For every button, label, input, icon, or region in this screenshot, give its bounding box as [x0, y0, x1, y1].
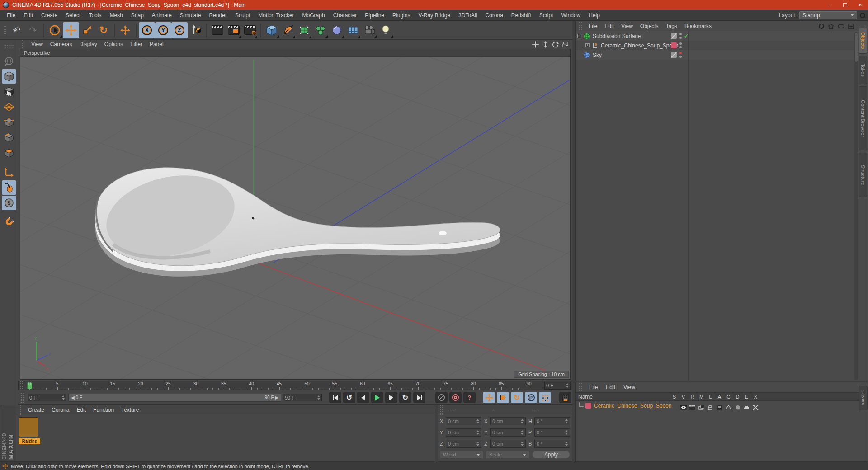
- model-mode-button[interactable]: [2, 69, 16, 84]
- rotate-tool-button[interactable]: ↻: [95, 22, 112, 38]
- timeline-window-button[interactable]: [559, 392, 571, 403]
- previous-frame-button[interactable]: [357, 392, 369, 403]
- add-panel-icon[interactable]: [848, 24, 854, 29]
- render-tag-icon[interactable]: [671, 52, 677, 58]
- apply-button[interactable]: Apply: [532, 451, 570, 459]
- goto-start-button[interactable]: [329, 392, 341, 403]
- menu-item[interactable]: Script: [535, 11, 557, 20]
- undo-button[interactable]: ↶: [9, 22, 25, 38]
- render-region-button[interactable]: [226, 22, 242, 38]
- object-row-sky[interactable]: Sky: [576, 50, 868, 60]
- visibility-dots[interactable]: [679, 52, 682, 58]
- toolbar-grip[interactable]: [3, 25, 7, 35]
- transform-mode-dropdown[interactable]: Scale: [486, 451, 529, 459]
- rotate-camera-icon[interactable]: [552, 41, 559, 48]
- material-menu-item[interactable]: Create: [24, 406, 48, 414]
- menu-item[interactable]: Corona: [481, 11, 507, 20]
- record-rotation-button[interactable]: ↻: [511, 392, 523, 403]
- record-point-level-button[interactable]: [539, 392, 551, 403]
- rot-h-field[interactable]: 0 °: [534, 417, 570, 425]
- rot-b-field[interactable]: 0 °: [534, 440, 570, 448]
- object-manager-menu-item[interactable]: File: [585, 22, 601, 30]
- menu-item[interactable]: Select: [61, 11, 85, 20]
- coordinates-grip[interactable]: [439, 405, 443, 415]
- material-item[interactable]: Raisins: [19, 417, 40, 444]
- layer-color-tag[interactable]: [671, 42, 677, 48]
- column-header[interactable]: E: [742, 393, 751, 400]
- object-row-subdivision-surface[interactable]: − Subdivision Surface ✓: [576, 31, 868, 41]
- render-tag-icon[interactable]: [671, 33, 677, 39]
- toggle-fullscreen-icon[interactable]: [562, 41, 569, 48]
- menu-item[interactable]: Pipeline: [361, 11, 388, 20]
- column-header[interactable]: S: [670, 393, 679, 400]
- menu-item[interactable]: Animate: [148, 11, 176, 20]
- material-menu-item[interactable]: Corona: [48, 406, 73, 414]
- axis-lock-x-button[interactable]: X: [139, 22, 155, 38]
- close-button[interactable]: ×: [853, 0, 868, 10]
- generators-toggle-icon[interactable]: [726, 405, 731, 410]
- viewport-solo-button[interactable]: S: [2, 196, 16, 210]
- render-settings-button[interactable]: [242, 22, 258, 38]
- column-header[interactable]: X: [751, 393, 760, 400]
- record-parameter-button[interactable]: P: [525, 392, 537, 403]
- eye-icon[interactable]: [838, 24, 844, 28]
- last-used-tool-button[interactable]: [117, 22, 133, 38]
- visibility-dots[interactable]: [679, 42, 682, 48]
- material-menu-item[interactable]: Function: [90, 406, 118, 414]
- keyframe-selection-button[interactable]: ?: [463, 392, 476, 403]
- manager-toggle-icon[interactable]: [698, 405, 704, 410]
- size-y-field[interactable]: 0 cm: [490, 428, 526, 437]
- menu-item[interactable]: Help: [585, 11, 604, 20]
- camera-button[interactable]: [361, 22, 377, 38]
- column-header[interactable]: A: [715, 393, 724, 400]
- xref-toggle-icon[interactable]: [753, 405, 759, 410]
- next-key-button[interactable]: ↻: [399, 392, 411, 403]
- pos-x-field[interactable]: 0 cm: [446, 417, 481, 425]
- snap-button[interactable]: [2, 215, 16, 229]
- timeline-track[interactable]: 051015202530354045505560657075808590: [25, 381, 543, 390]
- viewport-menu-item[interactable]: Options: [101, 40, 127, 48]
- viewport-grip[interactable]: [21, 39, 25, 49]
- object-manager-menu-item[interactable]: Tags: [662, 22, 681, 30]
- timeline-grip[interactable]: [20, 381, 24, 390]
- size-x-field[interactable]: 0 cm: [490, 417, 526, 425]
- pan-camera-icon[interactable]: [532, 41, 539, 48]
- column-header[interactable]: M: [697, 393, 706, 400]
- subdivision-surface-button[interactable]: [296, 22, 312, 38]
- menu-item[interactable]: Render: [205, 11, 231, 20]
- material-grip[interactable]: [18, 405, 22, 415]
- make-editable-button[interactable]: [2, 54, 16, 68]
- points-mode-button[interactable]: [2, 115, 16, 130]
- zoom-camera-icon[interactable]: [542, 41, 549, 48]
- coordinate-system-button[interactable]: [188, 22, 204, 38]
- column-header[interactable]: V: [679, 393, 688, 400]
- layer-menu-item[interactable]: File: [585, 383, 602, 392]
- column-header[interactable]: L: [706, 393, 715, 400]
- axis-lock-y-button[interactable]: Y: [155, 22, 171, 38]
- viewport-menu-item[interactable]: View: [28, 40, 47, 48]
- start-frame-field[interactable]: 0 F: [28, 394, 66, 401]
- menu-item[interactable]: Tools: [85, 11, 105, 20]
- menu-item[interactable]: File: [3, 11, 19, 20]
- size-z-field[interactable]: 0 cm: [490, 440, 526, 448]
- record-position-button[interactable]: [483, 392, 495, 403]
- live-selection-button[interactable]: [47, 22, 63, 38]
- object-row-spoon[interactable]: + 0 Ceramic_Chinese_Soup_Spoon: [576, 41, 868, 50]
- layer-menu-item[interactable]: Edit: [602, 383, 619, 392]
- animation-grip[interactable]: [20, 393, 24, 403]
- record-scale-button[interactable]: [497, 392, 509, 403]
- tweak-mode-button[interactable]: [2, 180, 16, 195]
- menu-item[interactable]: Edit: [19, 11, 37, 20]
- object-manager-scrollbar[interactable]: [854, 32, 858, 380]
- record-keyframe-button[interactable]: [435, 392, 448, 403]
- home-icon[interactable]: [828, 24, 834, 29]
- material-thumbnail[interactable]: [19, 417, 38, 437]
- lock-toggle-icon[interactable]: [708, 405, 713, 410]
- animation-toggle-icon[interactable]: [717, 405, 722, 410]
- rot-p-field[interactable]: 0 °: [534, 428, 570, 437]
- workplane-mode-button[interactable]: [2, 100, 16, 114]
- pos-y-field[interactable]: 0 cm: [446, 428, 481, 437]
- goto-end-button[interactable]: [413, 392, 425, 403]
- next-frame-button[interactable]: [385, 392, 397, 403]
- menu-item[interactable]: Redshift: [507, 11, 535, 20]
